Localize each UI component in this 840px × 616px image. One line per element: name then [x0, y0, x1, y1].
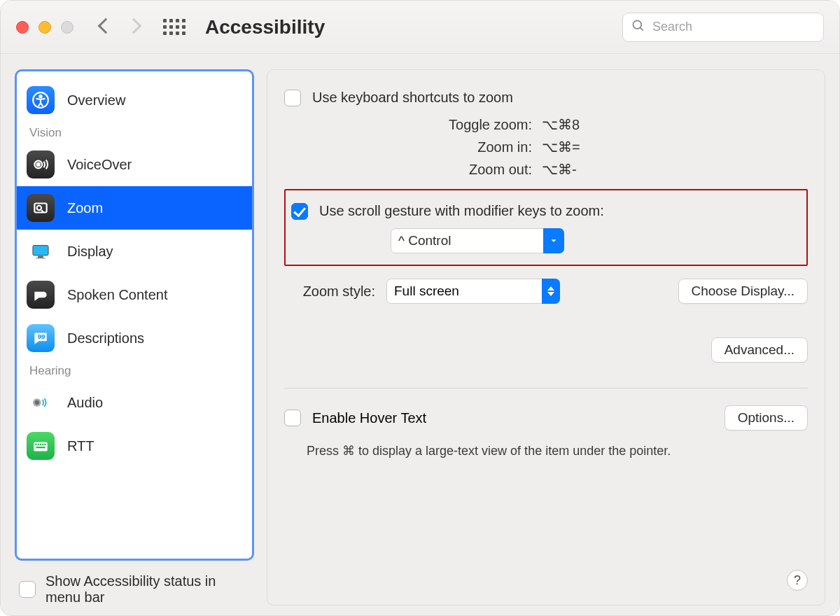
advanced-button[interactable]: Advanced...: [711, 337, 808, 363]
svg-text:99: 99: [38, 332, 46, 340]
svg-rect-18: [40, 444, 41, 445]
choose-display-button[interactable]: Choose Display...: [678, 279, 808, 304]
sidebar-item-audio[interactable]: Audio: [17, 381, 252, 424]
zoom-style-row: Zoom style: Full screen Choose Display..…: [284, 279, 808, 304]
svg-rect-10: [38, 256, 43, 258]
left-column: Overview Vision VoiceOver Zoom: [15, 69, 254, 606]
svg-point-3: [39, 95, 41, 97]
shortcut-zoom-in: Zoom in: ⌥⌘=: [284, 136, 808, 158]
svg-point-14: [35, 400, 40, 405]
modifier-key-select[interactable]: ^ Control: [391, 228, 564, 253]
window-title: Accessibility: [205, 16, 325, 38]
voiceover-icon: [27, 150, 55, 178]
hover-text-row: Enable Hover Text Options...: [284, 405, 808, 430]
titlebar: Accessibility: [1, 1, 839, 54]
sidebar-item-spoken-content[interactable]: Spoken Content: [17, 273, 252, 316]
svg-rect-11: [36, 258, 46, 258]
sidebar-item-descriptions[interactable]: 99 Descriptions: [17, 316, 252, 360]
shortcut-toggle-zoom: Toggle zoom: ⌥⌘8: [284, 113, 808, 136]
minimize-window-button[interactable]: [38, 21, 51, 34]
sidebar-group-vision: Vision: [17, 122, 252, 143]
sidebar-item-label: Audio: [67, 395, 103, 411]
search-input[interactable]: [651, 19, 815, 35]
options-button[interactable]: Options...: [724, 405, 808, 430]
rtt-icon: [27, 432, 55, 460]
sidebar-item-label: Descriptions: [67, 330, 144, 346]
svg-rect-21: [36, 447, 46, 448]
close-window-button[interactable]: [16, 21, 29, 34]
svg-point-7: [37, 206, 42, 211]
zoom-style-select[interactable]: Full screen: [386, 279, 560, 304]
svg-rect-17: [38, 444, 39, 445]
svg-line-1: [640, 27, 643, 30]
sidebar: Overview Vision VoiceOver Zoom: [15, 69, 254, 561]
status-in-menubar-row: Show Accessibility status in menu bar: [15, 561, 254, 606]
shortcut-label: Zoom out:: [284, 162, 532, 178]
shortcut-keys: ⌥⌘8: [542, 116, 602, 133]
svg-point-0: [634, 20, 642, 29]
sidebar-item-label: Display: [67, 244, 113, 260]
forward-button[interactable]: [128, 20, 139, 34]
zoom-style-label: Zoom style:: [284, 284, 375, 300]
modifier-key-value: ^ Control: [398, 233, 451, 248]
keyboard-shortcuts-label: Use keyboard shortcuts to zoom: [312, 90, 513, 106]
body: Overview Vision VoiceOver Zoom: [1, 54, 839, 615]
search-field[interactable]: [622, 13, 824, 42]
svg-rect-19: [42, 444, 43, 445]
nav-buttons: [100, 20, 139, 34]
scroll-gesture-label: Use scroll gesture with modifier keys to…: [319, 203, 604, 219]
status-in-menubar-label: Show Accessibility status in menu bar: [46, 573, 250, 606]
sidebar-item-display[interactable]: Display: [17, 230, 252, 273]
window-controls: [16, 21, 74, 34]
shortcut-label: Toggle zoom:: [284, 117, 532, 133]
hover-text-label: Enable Hover Text: [312, 410, 426, 426]
back-button[interactable]: [100, 20, 111, 34]
sidebar-item-rtt[interactable]: RTT: [17, 424, 252, 468]
show-all-prefs-button[interactable]: [163, 19, 186, 35]
svg-rect-15: [34, 442, 48, 451]
sidebar-item-label: RTT: [67, 438, 94, 454]
status-in-menubar-checkbox[interactable]: [19, 581, 36, 598]
svg-rect-16: [35, 444, 36, 445]
up-down-icon: [542, 279, 560, 304]
separator: [284, 388, 808, 388]
hover-text-description: Press ⌘ to display a large-text view of …: [307, 443, 808, 458]
accessibility-icon: [27, 86, 55, 114]
shortcut-keys: ⌥⌘-: [542, 161, 602, 178]
system-preferences-window: Accessibility Overview Vision: [0, 0, 840, 616]
shortcut-list: Toggle zoom: ⌥⌘8 Zoom in: ⌥⌘= Zoom out: …: [284, 113, 808, 181]
shortcut-zoom-out: Zoom out: ⌥⌘-: [284, 158, 808, 181]
hover-text-checkbox[interactable]: [284, 410, 301, 426]
scroll-gesture-checkbox[interactable]: [291, 203, 308, 220]
keyboard-shortcuts-checkbox[interactable]: [284, 90, 301, 106]
spoken-content-icon: [27, 281, 55, 309]
sidebar-item-voiceover[interactable]: VoiceOver: [17, 143, 252, 186]
search-icon: [631, 19, 651, 36]
sidebar-group-hearing: Hearing: [17, 360, 252, 381]
keyboard-shortcuts-row: Use keyboard shortcuts to zoom: [284, 90, 808, 106]
shortcut-label: Zoom in:: [284, 139, 532, 155]
sidebar-item-overview[interactable]: Overview: [17, 78, 252, 122]
zoom-settings-panel: Use keyboard shortcuts to zoom Toggle zo…: [267, 69, 825, 606]
shortcut-keys: ⌥⌘=: [542, 139, 602, 155]
zoom-icon: [27, 194, 55, 222]
scroll-gesture-row: Use scroll gesture with modifier keys to…: [291, 203, 794, 220]
display-icon: [27, 237, 55, 265]
highlighted-region: Use scroll gesture with modifier keys to…: [284, 189, 808, 266]
sidebar-item-label: Overview: [67, 92, 125, 108]
maximize-window-button[interactable]: [61, 21, 74, 34]
svg-rect-20: [44, 444, 46, 445]
sidebar-item-label: VoiceOver: [67, 157, 132, 173]
audio-icon: [27, 388, 55, 416]
descriptions-icon: 99: [27, 324, 55, 352]
sidebar-item-zoom[interactable]: Zoom: [17, 186, 252, 230]
zoom-style-value: Full screen: [394, 284, 459, 299]
svg-rect-9: [33, 246, 48, 255]
chevron-down-icon: [543, 228, 564, 253]
sidebar-item-label: Zoom: [67, 200, 103, 216]
sidebar-item-label: Spoken Content: [67, 287, 167, 303]
help-button[interactable]: ?: [787, 570, 808, 591]
svg-point-5: [37, 163, 40, 166]
